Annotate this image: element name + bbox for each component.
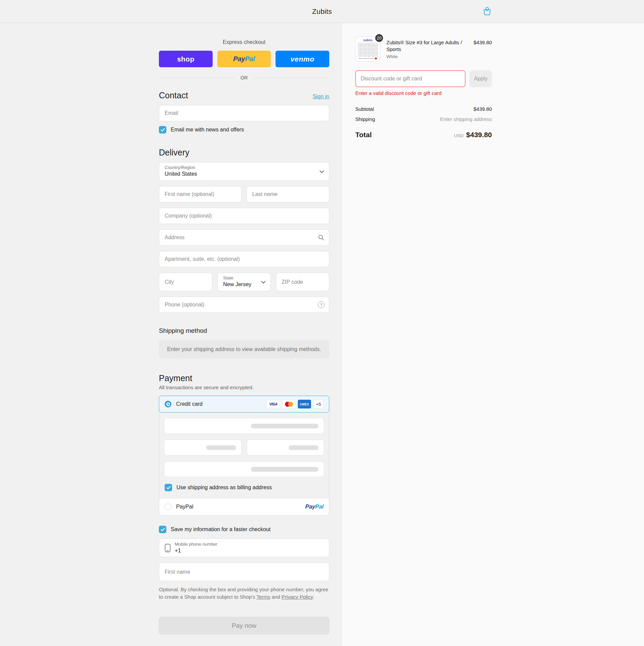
- mobile-phone-field[interactable]: Mobile phone number +1: [159, 539, 329, 557]
- shop-first-name-field[interactable]: [159, 563, 329, 581]
- payment-heading: Payment: [159, 373, 329, 383]
- search-icon: [318, 234, 325, 241]
- apartment-input[interactable]: [159, 256, 329, 262]
- paypal-option[interactable]: PayPal PayPal: [159, 498, 329, 515]
- quantity-badge: 20: [375, 33, 384, 43]
- shop-privacy-link[interactable]: Privacy Policy: [282, 594, 313, 600]
- zip-field[interactable]: [276, 273, 329, 291]
- paypal-radio[interactable]: [165, 503, 171, 510]
- email-field[interactable]: [159, 105, 329, 121]
- credit-card-option[interactable]: Credit card VISA AMEX +5: [159, 396, 329, 413]
- country-label: Country/Region: [165, 165, 324, 170]
- credit-card-radio[interactable]: [165, 401, 171, 407]
- venmo-logo: venmo: [291, 55, 314, 63]
- email-input[interactable]: [159, 110, 329, 116]
- newsletter-checkbox[interactable]: [159, 126, 166, 133]
- discount-field[interactable]: [355, 70, 466, 87]
- thumb-size-dot: [375, 57, 377, 59]
- product-variant: White: [386, 54, 470, 59]
- discount-row: Apply: [355, 70, 492, 87]
- save-info-checkbox-row[interactable]: Save my information for a faster checkou…: [159, 526, 329, 533]
- apartment-field[interactable]: [159, 251, 329, 267]
- sign-in-link[interactable]: Sign in: [313, 94, 329, 100]
- total-value: $439.80: [466, 131, 492, 139]
- check-icon: [166, 486, 171, 490]
- billing-address-checkbox-row[interactable]: Use shipping address as billing address: [165, 484, 324, 491]
- chevron-down-icon: [261, 279, 266, 285]
- delivery-heading: Delivery: [159, 148, 189, 157]
- pay-now-button[interactable]: Pay now: [159, 617, 329, 635]
- payment-subtitle: All transactions are secure and encrypte…: [159, 384, 329, 390]
- card-expiry-skeleton[interactable]: [164, 440, 242, 455]
- card-number-skeleton[interactable]: [164, 418, 324, 434]
- card-cvv-skeleton[interactable]: [247, 440, 325, 455]
- more-cards-badge: +5: [313, 400, 324, 408]
- chevron-down-icon: [319, 169, 324, 175]
- express-checkout-label: Express checkout: [159, 39, 329, 45]
- billing-address-checkbox[interactable]: [165, 484, 172, 491]
- shop-first-name-input[interactable]: [159, 569, 329, 575]
- discount-error: Enter a valid discount code or gift card: [355, 90, 492, 96]
- contact-heading: Contact: [159, 91, 188, 100]
- last-name-input[interactable]: [247, 191, 329, 197]
- state-label: State: [223, 276, 265, 281]
- city-field[interactable]: [159, 273, 212, 291]
- amex-icon: AMEX: [298, 400, 311, 408]
- newsletter-checkbox-row[interactable]: Email me with news and offers: [159, 126, 329, 133]
- card-name-skeleton[interactable]: [164, 461, 324, 477]
- line-item: zubits Size #3 Performance 20 Zubits® Si…: [355, 36, 492, 61]
- shop-logo: shop: [177, 55, 194, 63]
- paypal-express-button[interactable]: PayPal: [217, 51, 271, 67]
- company-input[interactable]: [159, 213, 329, 219]
- discount-input[interactable]: [356, 76, 465, 82]
- venmo-button[interactable]: venmo: [276, 51, 329, 67]
- state-value: New Jersey: [223, 281, 265, 288]
- header: Zubits: [0, 0, 644, 23]
- subtotal-value: $439.80: [474, 106, 492, 112]
- paypal-option-label: PayPal: [176, 504, 301, 510]
- subtotal-label: Subtotal: [355, 106, 374, 112]
- order-summary: zubits Size #3 Performance 20 Zubits® Si…: [341, 23, 644, 646]
- phone-field[interactable]: ?: [159, 297, 329, 313]
- or-label: OR: [241, 75, 248, 80]
- company-field[interactable]: [159, 208, 329, 224]
- mastercard-icon: [282, 400, 295, 408]
- country-select[interactable]: Country/Region United States: [159, 162, 329, 181]
- apply-button[interactable]: Apply: [470, 70, 492, 87]
- address-field[interactable]: [159, 229, 329, 246]
- product-title: Zubits® Size #3 for Large Adults / Sport…: [386, 39, 470, 53]
- state-select[interactable]: State New Jersey: [217, 273, 271, 291]
- save-info-checkbox[interactable]: [159, 526, 166, 533]
- first-name-field[interactable]: [159, 186, 242, 202]
- cart-icon[interactable]: [481, 6, 493, 17]
- express-checkout-buttons: shop PayPal venmo: [159, 51, 329, 67]
- phone-input[interactable]: [159, 302, 329, 308]
- shipping-label: Shipping: [355, 116, 375, 122]
- address-input[interactable]: [159, 234, 329, 241]
- thumb-caption: Size #3 Performance: [358, 57, 378, 59]
- cart-bag-icon: [482, 6, 493, 17]
- main-column: Express checkout shop PayPal venmo OR C: [0, 23, 341, 646]
- first-name-input[interactable]: [159, 191, 241, 197]
- country-value: United States: [165, 170, 324, 178]
- shipping-value: Enter shipping address: [440, 116, 492, 122]
- payment-methods: Credit card VISA AMEX +5: [159, 396, 329, 516]
- city-input[interactable]: [159, 279, 212, 285]
- mobile-phone-label: Mobile phone number: [175, 542, 217, 547]
- totals: Subtotal $439.80 Shipping Enter shipping…: [355, 106, 492, 139]
- accepted-cards: VISA AMEX +5: [267, 400, 324, 408]
- zip-input[interactable]: [276, 279, 329, 285]
- total-label: Total: [355, 131, 372, 139]
- shipping-method-notice: Enter your shipping address to view avai…: [159, 340, 329, 358]
- paypal-logo: PayPal: [305, 503, 324, 510]
- store-title: Zubits: [312, 7, 332, 16]
- currency-code: USD: [454, 133, 463, 138]
- shop-terms-link[interactable]: Terms: [257, 594, 270, 600]
- help-icon[interactable]: ?: [318, 301, 325, 308]
- credit-card-form: Use shipping address as billing address: [159, 413, 329, 498]
- last-name-field[interactable]: [246, 186, 329, 202]
- visa-icon: VISA: [267, 400, 280, 408]
- shipping-method-heading: Shipping method: [159, 327, 329, 334]
- shop-pay-button[interactable]: shop: [159, 51, 213, 67]
- credit-card-label: Credit card: [176, 401, 262, 407]
